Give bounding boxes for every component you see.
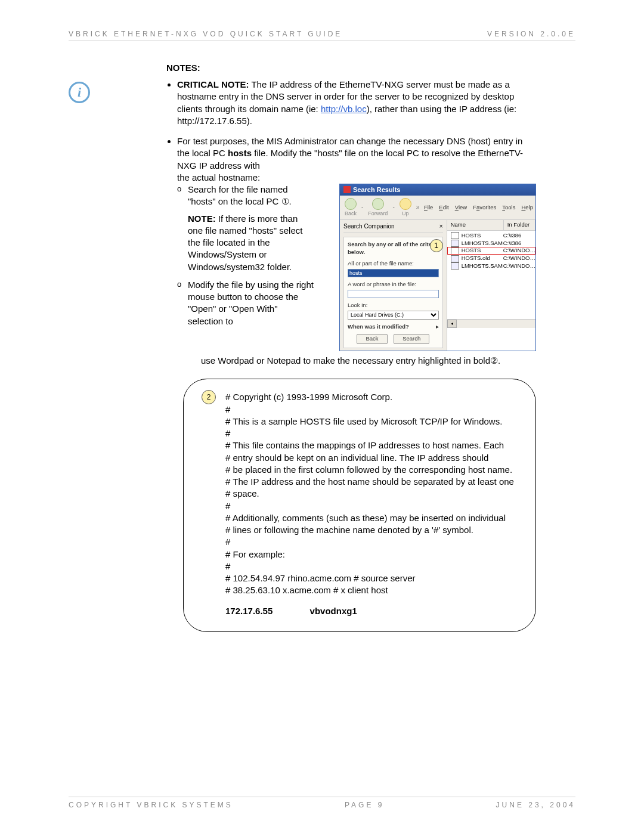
nav-back-button[interactable]: Back	[342, 197, 359, 218]
bullet-test-purposes: For test purposes, the MIS Administrator…	[177, 135, 536, 632]
search-companion-pane: 1 Search Companion × Search by any or al…	[340, 220, 447, 351]
result-row[interactable]: LMHOSTS.SAMC:\WINDO…	[447, 262, 535, 270]
back-label: Back	[345, 210, 357, 217]
hosts-comment-line: #	[225, 500, 519, 512]
forward-label: Forward	[368, 210, 388, 217]
companion-back-button[interactable]: Back	[357, 334, 387, 344]
hosts-name: vbvodnxg1	[310, 606, 357, 616]
result-folder: C:\I386	[503, 240, 535, 247]
result-name: HOSTS	[462, 232, 481, 240]
nav-forward-button[interactable]: Forward	[366, 197, 390, 218]
hosts-comment-line: # entry should be kept on an individual …	[225, 452, 519, 464]
criteria-label: Search by any or all of the criteria bel…	[348, 241, 439, 255]
forward-icon	[372, 198, 384, 210]
window-title-text: Search Results	[353, 185, 400, 194]
hosts-comment-line: # 38.25.63.10 x.acme.com # x client host	[225, 584, 519, 596]
filename-label: All or part of the file name:	[348, 260, 439, 268]
result-folder: C:\WINDO…	[503, 255, 535, 262]
hosts-comment-line: #	[225, 536, 519, 548]
result-name: LMHOSTS.SAM	[462, 262, 503, 270]
nav-up-button[interactable]: Up	[397, 197, 414, 218]
page-footer: COPYRIGHT VBRICK SYSTEMS PAGE 9 JUNE 23,…	[69, 801, 575, 809]
toolbar-chevrons[interactable]: »	[416, 203, 420, 212]
hosts-comment-line: # space.	[225, 488, 519, 500]
hosts-comment-line: # be placed in the first column followed…	[225, 464, 519, 476]
companion-close-icon[interactable]: ×	[439, 222, 443, 231]
footer-divider	[69, 797, 575, 797]
notes-heading: NOTES:	[166, 63, 536, 73]
back-icon	[345, 198, 357, 210]
header-divider	[69, 41, 575, 41]
companion-search-button[interactable]: Search	[394, 334, 429, 344]
window-titlebar: Search Results	[340, 184, 535, 196]
header-right: VERSION 2.0.0E	[487, 30, 575, 38]
col-folder[interactable]: In Folder	[504, 220, 535, 230]
callout-marker-1: 1	[430, 239, 443, 252]
menu-tools[interactable]: Tools	[502, 204, 515, 212]
b2-line2: the actual hostname:	[177, 172, 536, 184]
result-row[interactable]: LMHOSTS.SAMC:\I386	[447, 240, 535, 247]
hosts-comment-line: # 102.54.94.97 rhino.acme.com # source s…	[225, 572, 519, 584]
hosts-comment-line: # Copyright (c) 1993-1999 Microsoft Corp…	[225, 391, 519, 403]
hosts-file-bubble: 2 # Copyright (c) 1993-1999 Microsoft Co…	[183, 379, 536, 632]
footer-right: JUNE 23, 2004	[496, 801, 575, 809]
toolbar-dash: -	[361, 203, 363, 212]
hosts-comment-line: # The IP address and the host name shoul…	[225, 476, 519, 488]
file-icon	[451, 247, 459, 255]
result-folder: C:\WINDO…	[503, 262, 535, 270]
hosts-comment-line: # lines or following the machine name de…	[225, 524, 519, 536]
result-row[interactable]: HOSTSC:\I386	[447, 232, 535, 240]
menu-bar: File Edit View Favorites Tools Help	[424, 204, 533, 212]
horizontal-scrollbar[interactable]: ◂	[447, 319, 535, 328]
result-name: HOSTS.old	[462, 255, 490, 262]
sub-item-modify: o Modify the file by using the right mou…	[177, 279, 314, 327]
file-icon	[451, 255, 459, 262]
companion-heading: Search Companion	[343, 222, 395, 231]
file-icon	[451, 240, 459, 247]
menu-file[interactable]: File	[424, 204, 433, 212]
file-icon	[451, 262, 459, 270]
menu-edit[interactable]: Edit	[439, 204, 448, 212]
menu-view[interactable]: View	[455, 204, 467, 212]
lookin-label: Look in:	[348, 302, 439, 309]
list-marker: o	[177, 184, 188, 194]
hosts-comment-line: # This file contains the mappings of IP …	[225, 439, 519, 451]
info-icon: i	[69, 82, 90, 103]
filename-input[interactable]	[348, 269, 439, 277]
sub2-text: Modify the file by using the right mouse…	[188, 279, 314, 327]
bullet-critical-note: CRITICAL NOTE: The IP address of the Eth…	[177, 79, 536, 127]
expand-icon[interactable]: ▸	[436, 323, 439, 331]
b2-bold: hosts	[228, 148, 252, 158]
hosts-comment-line: # This is a sample HOSTS file used by Mi…	[225, 416, 519, 428]
callout-marker-2: 2	[202, 390, 216, 404]
critical-note-lead: CRITICAL NOTE:	[177, 79, 249, 89]
page-header: VBRICK ETHERNET-NXG VOD QUICK START GUID…	[69, 30, 575, 38]
footer-center: PAGE 9	[345, 801, 384, 809]
phrase-input[interactable]	[348, 290, 439, 298]
lookin-select[interactable]: Local Hard Drives (C:)	[348, 311, 439, 320]
sub-item-search: o Search for the file named "hosts" on t…	[177, 184, 314, 273]
result-row[interactable]: HOSTS.oldC:\WINDO…	[447, 255, 535, 262]
hosts-ip: 172.17.6.55	[225, 606, 273, 616]
result-row[interactable]: HOSTSC:\WINDO…	[447, 247, 535, 255]
modified-label: When was it modified?	[348, 323, 409, 331]
search-results-window: Search Results Back -	[339, 184, 536, 351]
menu-help[interactable]: Help	[521, 204, 533, 212]
header-left: VBRICK ETHERNET-NXG VOD QUICK START GUID…	[69, 30, 342, 38]
domain-link[interactable]: http://vb.loc	[321, 104, 367, 114]
toolbar-dash2: -	[392, 203, 394, 212]
window-toolbar: Back - Forward -	[340, 196, 535, 220]
sub-note-lead: NOTE:	[188, 213, 216, 224]
list-marker: o	[177, 279, 188, 290]
window-icon	[343, 186, 351, 193]
results-pane: Name In Folder HOSTSC:\I386LMHOSTS.SAMC:…	[447, 220, 535, 351]
phrase-label: A word or phrase in the file:	[348, 281, 439, 289]
hosts-comment-line: #	[225, 404, 519, 416]
col-name[interactable]: Name	[447, 220, 504, 230]
result-name: LMHOSTS.SAM	[462, 240, 503, 247]
result-folder: C:\I386	[503, 232, 535, 240]
menu-favorites[interactable]: Favorites	[473, 204, 496, 212]
file-icon	[451, 232, 459, 239]
hosts-comment-line: #	[225, 428, 519, 439]
scroll-left-icon[interactable]: ◂	[447, 320, 457, 328]
